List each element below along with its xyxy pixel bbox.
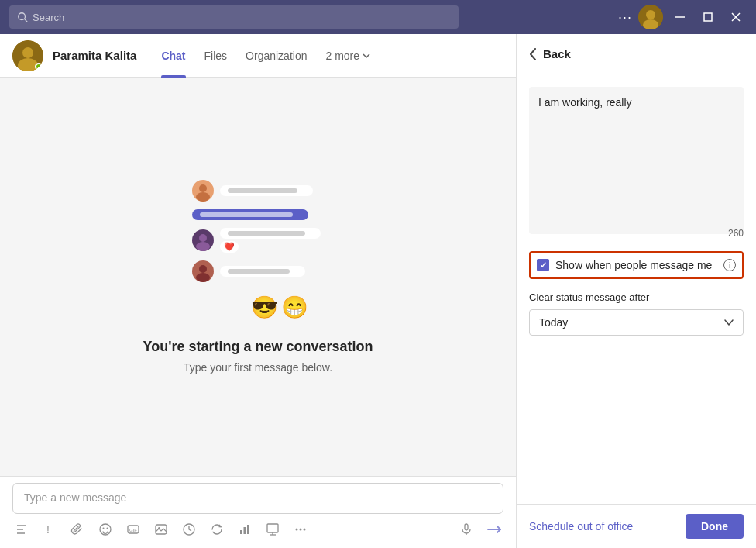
panel-footer: Schedule out of office Done	[517, 504, 756, 548]
search-bar[interactable]: Search	[9, 5, 459, 29]
emoji-picker-icon[interactable]	[96, 520, 115, 539]
svg-point-3	[646, 10, 655, 19]
svg-line-1	[25, 19, 28, 22]
priority-icon[interactable]: !	[40, 520, 59, 539]
conversation-title: You're starting a new conversation	[143, 339, 373, 355]
tab-more[interactable]: 2 more	[316, 50, 380, 62]
panel-body: I am working, really 260 ✓ Show when peo…	[517, 74, 756, 504]
svg-rect-35	[247, 525, 249, 534]
mini-avatar-1	[192, 180, 214, 202]
svg-point-41	[304, 529, 306, 531]
clear-after-section: Clear status message after Today	[529, 291, 744, 336]
status-indicator	[35, 63, 43, 71]
show-when-message-row: ✓ Show when people message me i	[529, 251, 744, 279]
svg-rect-42	[465, 524, 468, 530]
chat-toolbar: ! GIF	[12, 514, 503, 542]
tab-files[interactable]: Files	[195, 34, 237, 78]
svg-text:GIF: GIF	[129, 528, 137, 532]
mini-avatar-3	[192, 229, 214, 251]
svg-rect-30	[156, 525, 167, 534]
user-avatar	[12, 40, 43, 71]
main-area: Paramita Kalita Chat Files Organization …	[0, 34, 756, 548]
img-icon[interactable]	[152, 520, 170, 539]
checkbox-label: Show when people message me	[555, 259, 717, 271]
bubble-row-4	[192, 260, 324, 282]
svg-point-16	[199, 234, 207, 242]
svg-point-19	[199, 265, 207, 273]
close-btn[interactable]	[725, 6, 747, 28]
panel-title: Back	[543, 47, 571, 60]
poll-icon[interactable]	[235, 520, 254, 539]
chevron-down-icon	[363, 52, 370, 60]
svg-rect-33	[240, 530, 242, 534]
bubble-row-2	[192, 209, 324, 220]
schedule-icon[interactable]	[180, 520, 198, 539]
user-name: Paramita Kalita	[53, 49, 136, 62]
svg-point-17	[196, 242, 210, 251]
loop-icon[interactable]	[208, 520, 226, 539]
user-avatar-titlebar[interactable]	[638, 5, 663, 29]
done-button[interactable]: Done	[686, 514, 744, 539]
audio-icon[interactable]	[457, 520, 476, 539]
info-icon[interactable]: i	[723, 259, 736, 271]
more-toolbar-icon[interactable]	[291, 520, 310, 539]
right-panel: Back I am working, really 260 ✓ Show whe…	[516, 34, 756, 548]
message-input-placeholder: Type a new message	[24, 491, 126, 504]
svg-point-13	[199, 184, 207, 192]
restore-btn[interactable]	[697, 6, 719, 28]
svg-rect-36	[267, 524, 278, 532]
gif-icon[interactable]: GIF	[124, 520, 143, 539]
more-options-btn[interactable]: ···	[618, 9, 632, 26]
status-message-input[interactable]: I am working, really	[529, 87, 744, 234]
svg-point-20	[196, 273, 210, 282]
show-message-checkbox[interactable]: ✓	[537, 259, 549, 271]
search-placeholder: Search	[33, 12, 64, 23]
dropdown-value: Today	[539, 316, 568, 329]
back-chevron-icon	[529, 48, 537, 60]
whiteboard-icon[interactable]	[263, 520, 282, 539]
chat-panel: Paramita Kalita Chat Files Organization …	[0, 34, 516, 548]
svg-point-26	[103, 528, 105, 529]
minimize-btn[interactable]	[669, 6, 691, 28]
svg-point-27	[107, 528, 108, 529]
panel-header: Back	[517, 34, 756, 74]
chat-input-area: Type a new message !	[0, 476, 516, 548]
message-input[interactable]: Type a new message	[12, 483, 503, 514]
schedule-office-link[interactable]: Schedule out of office	[529, 520, 633, 532]
clear-label: Clear status message after	[529, 291, 744, 303]
chat-body: ❤️	[0, 78, 516, 476]
svg-point-10	[22, 47, 33, 58]
svg-rect-6	[704, 13, 712, 21]
bubble-row-3: ❤️	[192, 228, 324, 253]
svg-rect-34	[244, 527, 246, 534]
chevron-down-icon	[724, 319, 734, 326]
status-text-container: I am working, really 260	[529, 87, 744, 239]
chat-header: Paramita Kalita Chat Files Organization …	[0, 34, 516, 78]
tab-organization[interactable]: Organization	[236, 34, 316, 78]
svg-point-40	[300, 529, 302, 531]
svg-text:!: !	[46, 523, 50, 536]
title-bar-controls: ···	[618, 5, 747, 29]
send-button[interactable]	[485, 520, 503, 539]
format-icon[interactable]	[12, 520, 31, 539]
conversation-illustration: ❤️	[192, 180, 324, 320]
back-button[interactable]	[529, 47, 537, 60]
mini-avatar-4	[192, 260, 214, 282]
svg-point-39	[296, 529, 298, 531]
chat-tabs: Chat Files Organization 2 more	[152, 34, 380, 78]
bubble-row-1	[192, 180, 324, 202]
emoji-row: 😎 😁	[192, 295, 324, 320]
attach-icon[interactable]	[68, 520, 87, 539]
search-icon	[17, 12, 28, 22]
conversation-subtitle: Type your first message below.	[184, 361, 332, 374]
chat-bubbles: ❤️	[192, 180, 324, 282]
svg-point-14	[196, 192, 210, 202]
clear-dropdown[interactable]: Today	[529, 309, 744, 336]
title-bar: Search ···	[0, 0, 756, 34]
tab-chat[interactable]: Chat	[152, 34, 194, 78]
